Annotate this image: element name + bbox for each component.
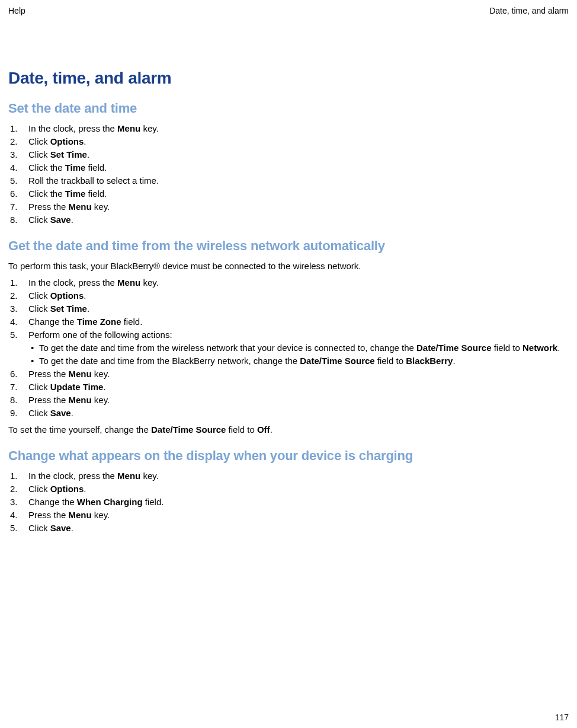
list-item: Perform one of the following actions: To… [8, 328, 569, 368]
list-item: Click Set Time. [8, 148, 569, 161]
list-item: Press the Menu key. [8, 394, 569, 407]
section1-steps: In the clock, press the Menu key. Click … [8, 122, 569, 226]
list-item: Click the Time field. [8, 161, 569, 174]
list-item: Click Save. [8, 522, 569, 535]
list-item: In the clock, press the Menu key. [8, 276, 569, 289]
page-number: 117 [555, 713, 569, 722]
list-item: Click the Time field. [8, 187, 569, 200]
list-item: Click Options. [8, 135, 569, 148]
bullet-item: To get the date and time from the BlackB… [28, 355, 569, 368]
section2-intro: To perform this task, your BlackBerry® d… [8, 260, 569, 273]
list-item: Click Save. [8, 213, 569, 226]
header-left: Help [8, 6, 25, 15]
section-charging-heading: Change what appears on the display when … [8, 448, 569, 464]
page-title: Date, time, and alarm [8, 69, 569, 88]
list-item: Click Options. [8, 289, 569, 302]
bullet-item: To get the date and time from the wirele… [28, 341, 569, 355]
list-item: In the clock, press the Menu key. [8, 470, 569, 483]
list-item: In the clock, press the Menu key. [8, 122, 569, 135]
header-right: Date, time, and alarm [489, 6, 569, 15]
section3-steps: In the clock, press the Menu key. Click … [8, 470, 569, 535]
page-header: Help Date, time, and alarm [0, 0, 577, 15]
list-item: Press the Menu key. [8, 200, 569, 213]
list-item: Click Set Time. [8, 302, 569, 315]
section2-steps: In the clock, press the Menu key. Click … [8, 276, 569, 420]
section-wireless-heading: Get the date and time from the wireless … [8, 238, 569, 254]
section-set-date-time-heading: Set the date and time [8, 101, 569, 116]
nested-bullets: To get the date and time from the wirele… [28, 341, 569, 368]
list-item: Click Save. [8, 407, 569, 420]
section2-outro: To set the time yourself, change the Dat… [8, 423, 569, 436]
list-item: Press the Menu key. [8, 368, 569, 381]
list-item: Click Options. [8, 483, 569, 496]
list-item: Click Update Time. [8, 381, 569, 394]
list-item: Press the Menu key. [8, 509, 569, 522]
list-item: Change the Time Zone field. [8, 315, 569, 328]
list-item: Roll the trackball to select a time. [8, 174, 569, 187]
page-content: Date, time, and alarm Set the date and t… [0, 15, 577, 535]
list-item: Change the When Charging field. [8, 496, 569, 509]
